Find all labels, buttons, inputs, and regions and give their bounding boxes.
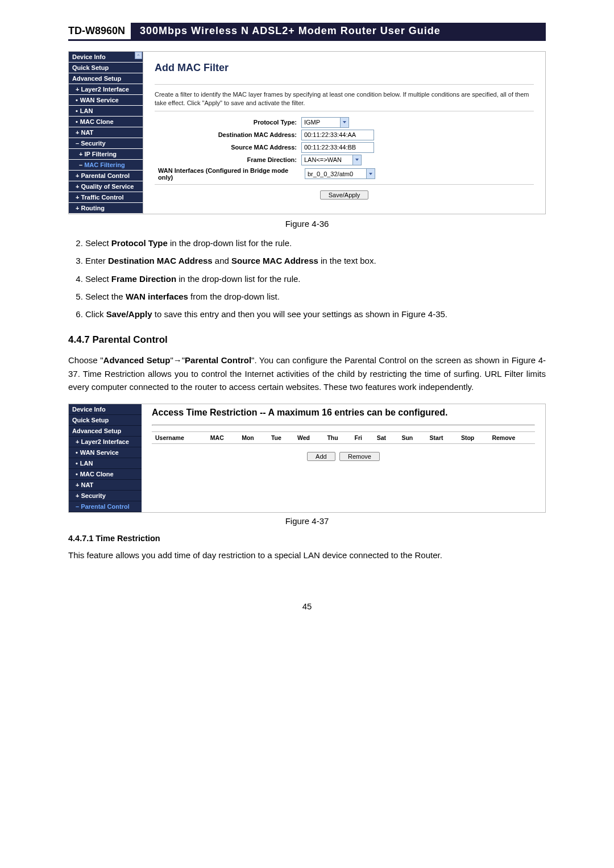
protocol-type-select[interactable]: IGMP xyxy=(301,117,349,128)
dest-mac-label: Destination MAC Address: xyxy=(155,131,301,138)
subsection-heading-time-restriction: 4.4.7.1 Time Restriction xyxy=(68,534,546,543)
subsection-paragraph: This feature allows you add time of day … xyxy=(68,549,546,562)
table-header-cell: Thu xyxy=(323,432,351,444)
sidebar-item[interactable]: LAN xyxy=(69,458,142,469)
sidebar-item[interactable]: NAT xyxy=(69,127,143,138)
src-mac-value: 00:11:22:33:44:BB xyxy=(304,144,356,151)
table-header-cell: Start xyxy=(426,432,458,444)
doc-header: TD-W8960N 300Mbps Wireless N ADSL2+ Mode… xyxy=(68,23,546,41)
sidebar-item[interactable]: MAC Filtering xyxy=(69,160,143,171)
table-header-cell: Stop xyxy=(458,432,488,444)
src-mac-label: Source MAC Address: xyxy=(155,144,301,151)
pane-title: Add MAC Filter xyxy=(155,62,534,74)
figure-caption-2: Figure 4-37 xyxy=(68,516,546,526)
table-header-cell: MAC xyxy=(207,432,238,444)
dest-mac-input[interactable]: 00:11:22:33:44:AA xyxy=(301,130,374,140)
divider xyxy=(155,84,534,85)
sidebar-item[interactable]: Advanced Setup xyxy=(69,73,143,84)
sidebar-item[interactable]: Parental Control xyxy=(69,171,143,181)
scroll-up-icon[interactable]: ^ xyxy=(135,52,142,59)
add-button[interactable]: Add xyxy=(307,452,335,461)
main-pane: Add MAC Filter Create a filter to identi… xyxy=(143,52,545,214)
pane2-title: Access Time Restriction -- A maximum 16 … xyxy=(152,408,535,418)
sidebar-item[interactable]: WAN Service xyxy=(69,447,142,458)
figure-caption: Figure 4-36 xyxy=(68,219,546,229)
sidebar-item[interactable]: Advanced Setup xyxy=(69,426,142,437)
table-header-cell: Remove xyxy=(488,432,535,444)
src-mac-input[interactable]: 00:11:22:33:44:BB xyxy=(301,142,374,153)
chevron-down-icon xyxy=(340,118,349,127)
step-6: Click Save/Apply to save this entry and … xyxy=(85,308,546,321)
sidebar-item[interactable]: Traffic Control xyxy=(69,192,143,203)
page-number: 45 xyxy=(68,601,546,611)
step-5: Select the WAN interfaces from the drop-… xyxy=(85,290,546,303)
sidebar-item[interactable]: Quick Setup xyxy=(69,415,142,426)
table-header-cell: Sun xyxy=(398,432,426,444)
frame-direction-label: Frame Direction: xyxy=(155,156,301,163)
section-paragraph: Choose "Advanced Setup"→"Parental Contro… xyxy=(68,354,546,393)
table-header-cell: Mon xyxy=(238,432,268,444)
pane-description: Create a filter to identify the MAC laye… xyxy=(155,90,534,107)
doc-title: 300Mbps Wireless N ADSL2+ Modem Router U… xyxy=(131,23,546,39)
sidebar-item[interactable]: Quality of Service xyxy=(69,181,143,192)
wan-interfaces-select[interactable]: br_0_0_32/atm0 xyxy=(305,168,375,179)
save-apply-button[interactable]: Save/Apply xyxy=(320,190,369,200)
frame-direction-value: LAN<=>WAN xyxy=(304,156,342,163)
restriction-table: UsernameMACMonTueWedThuFriSatSunStartSto… xyxy=(152,431,535,444)
step-3: Enter Destination MAC Address and Source… xyxy=(85,254,546,267)
divider xyxy=(155,184,534,185)
sidebar-item[interactable]: IP Filtering xyxy=(69,149,143,160)
frame-direction-select[interactable]: LAN<=>WAN xyxy=(301,155,362,165)
table-header-cell: Fri xyxy=(351,432,374,444)
sidebar-item[interactable]: Device Info xyxy=(69,404,142,415)
screenshot-time-restriction: Device InfoQuick SetupAdvanced SetupLaye… xyxy=(68,404,546,513)
remove-button[interactable]: Remove xyxy=(339,452,380,461)
table-header-cell: Wed xyxy=(294,432,323,444)
chevron-down-icon xyxy=(352,155,361,165)
section-heading-parental-control: 4.4.7 Parental Control xyxy=(68,334,546,346)
sidebar-item[interactable]: Layer2 Interface xyxy=(69,84,143,95)
divider xyxy=(155,111,534,111)
model-number: TD-W8960N xyxy=(68,23,131,39)
sidebar-item[interactable]: Layer2 Interface xyxy=(69,437,142,447)
sidebar-item[interactable]: WAN Service xyxy=(69,95,143,106)
sidebar-item[interactable]: Security xyxy=(69,491,142,501)
sidebar-item[interactable]: Security xyxy=(69,138,143,149)
sidebar-item[interactable]: NAT xyxy=(69,480,142,491)
table-header-cell: Username xyxy=(152,432,207,444)
instruction-steps: Select Protocol Type in the drop-down li… xyxy=(68,236,546,321)
wan-interfaces-value: br_0_0_32/atm0 xyxy=(308,171,353,177)
screenshot-mac-filter: ^ Device InfoQuick SetupAdvanced SetupLa… xyxy=(68,51,546,214)
sidebar-item[interactable]: Routing xyxy=(69,203,143,214)
wan-interfaces-label: WAN Interfaces (Configured in Bridge mod… xyxy=(155,167,305,181)
main-pane-2: Access Time Restriction -- A maximum 16 … xyxy=(142,404,545,512)
sidebar-item[interactable]: MAC Clone xyxy=(69,117,143,127)
divider xyxy=(152,425,535,426)
sidebar-item[interactable]: Quick Setup xyxy=(69,63,143,73)
sidebar-nav-2: Device InfoQuick SetupAdvanced SetupLaye… xyxy=(69,404,142,512)
sidebar-item[interactable]: Device Info xyxy=(69,52,143,63)
protocol-type-label: Protocol Type: xyxy=(155,119,301,126)
table-header-cell: Tue xyxy=(268,432,294,444)
sidebar-item[interactable]: LAN xyxy=(69,106,143,117)
sidebar-item[interactable]: Parental Control xyxy=(69,501,142,512)
step-4: Select Frame Direction in the drop-down … xyxy=(85,272,546,285)
sidebar-item[interactable]: MAC Clone xyxy=(69,469,142,480)
dest-mac-value: 00:11:22:33:44:AA xyxy=(304,131,356,138)
protocol-type-value: IGMP xyxy=(304,119,320,126)
table-header-cell: Sat xyxy=(374,432,399,444)
step-2: Select Protocol Type in the drop-down li… xyxy=(85,236,546,250)
sidebar-nav: ^ Device InfoQuick SetupAdvanced SetupLa… xyxy=(69,52,143,214)
chevron-down-icon xyxy=(366,169,375,178)
